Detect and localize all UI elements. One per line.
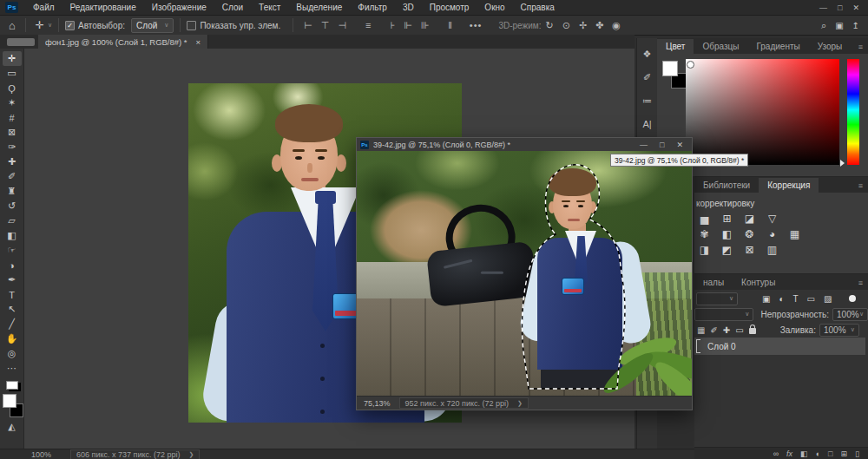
orbit-3d-icon[interactable]: ↻	[541, 20, 557, 31]
distribute-horizontal-icon[interactable]: ‖	[444, 20, 457, 30]
align-right-icon[interactable]: ⊣	[333, 20, 351, 31]
menu-layers[interactable]: Слои	[214, 0, 251, 15]
status-chevron-icon[interactable]: ❯	[188, 451, 194, 458]
menu-image[interactable]: Изображение	[144, 0, 214, 15]
link-layers-icon[interactable]: ∞	[773, 449, 779, 458]
menu-type[interactable]: Текст	[251, 0, 288, 15]
camera-3d-icon[interactable]: ◉	[608, 20, 625, 31]
frame-tool[interactable]: ⊠	[3, 125, 22, 140]
edit-toolbar-icon[interactable]: ⋯	[3, 361, 22, 376]
home-icon[interactable]: ⌂	[5, 19, 19, 32]
filter-adjustment-layers-icon[interactable]: ◐	[779, 294, 784, 304]
lock-artboard-icon[interactable]: ▭	[735, 325, 743, 335]
tab-channels-clipped[interactable]: налы	[694, 275, 733, 290]
hue-slider-arrow-icon[interactable]	[840, 160, 845, 167]
menu-view[interactable]: Просмотр	[422, 0, 477, 15]
filter-pixel-layers-icon[interactable]: ▣	[762, 294, 770, 304]
tab-libraries[interactable]: Библиотеки	[694, 178, 759, 193]
clone-source-panel-icon[interactable]: ❖	[643, 49, 652, 60]
panel-menu-icon[interactable]: ≡	[858, 43, 868, 54]
show-transform-controls-checkbox[interactable]	[187, 21, 196, 30]
hue-slider[interactable]	[847, 59, 859, 165]
move-tool-chevron-icon[interactable]: ∨	[48, 22, 52, 29]
tab-paths[interactable]: Контуры	[733, 275, 784, 290]
lock-all-icon[interactable]	[749, 328, 756, 334]
gradient-tool[interactable]: ◧	[3, 228, 22, 243]
filter-toggle-icon[interactable]	[849, 295, 856, 302]
window-close-button[interactable]: ✕	[676, 141, 683, 149]
new-layer-icon[interactable]: ⊞	[841, 449, 848, 458]
layer-style-icon[interactable]: fx	[786, 449, 792, 458]
lock-image-icon[interactable]: ✐	[710, 325, 717, 335]
tab-bar-chip[interactable]	[7, 38, 35, 46]
lock-position-icon[interactable]: ✚	[723, 325, 730, 335]
layer-filter-kind-dropdown[interactable]: ∨	[696, 292, 738, 305]
window-document-dimensions[interactable]: 952 пикс. x 720 пикс. (72 ppi) ❯	[399, 397, 529, 409]
zoom-level[interactable]: 100%	[31, 450, 51, 459]
blend-mode-dropdown[interactable]: ∨	[694, 308, 753, 321]
window-minimize-button[interactable]: —	[640, 141, 648, 149]
eyedropper-tool[interactable]: ✑	[3, 140, 22, 154]
menu-select[interactable]: Выделение	[288, 0, 350, 15]
tab-color[interactable]: Цвет	[657, 39, 694, 54]
app-maximize-button[interactable]: □	[838, 3, 842, 12]
distribute-bottom-icon[interactable]: ⊪	[417, 20, 434, 31]
smudge-tool[interactable]: ☞	[3, 243, 22, 258]
menu-help[interactable]: Справка	[513, 0, 562, 15]
slide-3d-icon[interactable]: ✤	[591, 20, 608, 31]
align-center-icon[interactable]: ⊤	[317, 20, 334, 31]
align-justify-icon[interactable]: ≡	[361, 20, 375, 30]
foreground-color-swatch[interactable]	[662, 61, 678, 76]
clone-stamp-tool[interactable]: ♜	[3, 184, 22, 199]
tab-swatches[interactable]: Образцы	[694, 39, 747, 54]
brightness-adjustment-icon[interactable]: ▽	[765, 212, 779, 225]
exposure-adjustment-icon[interactable]: ◪	[742, 212, 757, 225]
filter-type-layers-icon[interactable]: T	[793, 294, 799, 304]
menu-file[interactable]: Файл	[25, 0, 62, 15]
default-colors-icon[interactable]	[6, 381, 18, 390]
magic-wand-tool[interactable]: ✶	[3, 95, 22, 110]
panel-menu-icon[interactable]: ≡	[858, 181, 868, 193]
tab-patterns[interactable]: Узоры	[809, 39, 852, 54]
autoselect-target-dropdown[interactable]: Слой ∨	[131, 18, 174, 33]
move-tool[interactable]: ✛	[3, 51, 22, 66]
document-canvas-39-42[interactable]	[357, 151, 692, 397]
vibrance-adjustment-icon[interactable]: ✾	[697, 227, 712, 240]
brush-settings-panel-icon[interactable]: ✐	[643, 72, 651, 83]
search-icon[interactable]: ⌕	[821, 20, 826, 31]
color-picker-handle[interactable]	[687, 61, 694, 69]
foreground-color-swatch[interactable]	[3, 394, 16, 408]
document-tab-fon1[interactable]: фон1.jpg @ 100% (Слой 1, RGB/8#) * ×	[38, 35, 208, 49]
posterize-adjustment-icon[interactable]: ▥	[765, 243, 779, 256]
workspace-switcher-icon[interactable]: ▣	[835, 21, 843, 30]
distribute-top-icon[interactable]: ⊦	[385, 20, 399, 31]
character-panel-icon[interactable]: A|	[642, 119, 651, 129]
dodge-tool[interactable]: ◑	[3, 258, 22, 272]
delete-layer-icon[interactable]: ▯	[855, 449, 859, 458]
zoom-tool[interactable]: ◎	[3, 346, 22, 361]
channel-mixer-adjustment-icon[interactable]: ▦	[787, 227, 802, 240]
levels-adjustment-icon[interactable]: ▅	[697, 212, 712, 225]
curves-adjustment-icon[interactable]: ⊞	[720, 212, 734, 225]
brushes-panel-icon[interactable]: ≔	[642, 95, 652, 107]
app-minimize-button[interactable]: —	[819, 3, 827, 12]
lock-transparency-icon[interactable]: ▦	[697, 325, 705, 335]
marquee-tool[interactable]: ▭	[3, 66, 22, 81]
invert-adjustment-icon[interactable]: ⊠	[742, 243, 757, 256]
filter-shape-layers-icon[interactable]: ▭	[807, 294, 815, 304]
window-maximize-button[interactable]: □	[660, 141, 664, 149]
more-options-icon[interactable]: •••	[465, 20, 487, 30]
gradient-map-adjustment-icon[interactable]: ◨	[697, 243, 712, 256]
selective-color-adjustment-icon[interactable]: ◩	[720, 243, 734, 256]
floating-window-titlebar[interactable]: Ps 39-42.jpg @ 75,1% (Слой 0, RGB/8#) * …	[357, 138, 692, 152]
menu-filter[interactable]: Фильтр	[350, 0, 395, 15]
group-layers-icon[interactable]: □	[828, 449, 832, 458]
app-close-button[interactable]: ✕	[852, 3, 859, 12]
move-tool-option-icon[interactable]: ✛	[32, 19, 48, 31]
floating-document-window[interactable]: Ps 39-42.jpg @ 75,1% (Слой 0, RGB/8#) * …	[356, 137, 693, 410]
status-chevron-icon[interactable]: ❯	[517, 400, 523, 407]
hue-saturation-adjustment-icon[interactable]: ◧	[720, 227, 734, 240]
distribute-center-icon[interactable]: ⊩	[399, 20, 417, 31]
black-white-adjustment-icon[interactable]: ◕	[765, 227, 779, 240]
crop-tool[interactable]: #	[3, 110, 22, 125]
